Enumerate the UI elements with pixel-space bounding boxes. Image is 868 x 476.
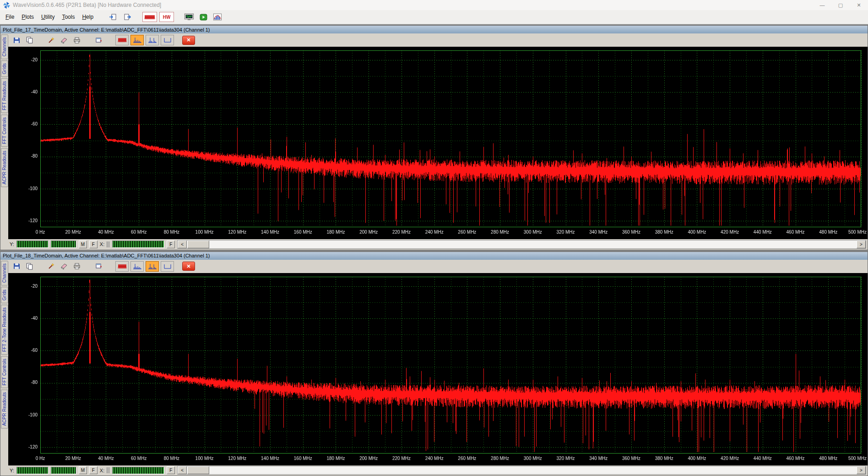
copy-plot-button[interactable]: [24, 261, 35, 271]
app-icon: [3, 1, 10, 9]
save-plot-icon: [13, 37, 21, 44]
y-manual-button[interactable]: M: [79, 241, 87, 248]
eye-mode-button[interactable]: [161, 261, 174, 272]
window-controls: — ▢ ✕: [813, 0, 868, 10]
scroll-track[interactable]: [209, 241, 857, 248]
histogram-icon: [213, 13, 222, 21]
slider-grip[interactable]: [107, 467, 110, 473]
time-domain-mode-button[interactable]: [115, 261, 129, 272]
side-tab-fft-controls[interactable]: FFT Controls: [1, 115, 8, 147]
scope-button[interactable]: [183, 12, 195, 22]
menu-utility[interactable]: Utility: [38, 12, 58, 22]
x-zoom-slider[interactable]: [112, 467, 164, 474]
minimize-button[interactable]: —: [813, 0, 831, 10]
y-manual-button[interactable]: M: [79, 466, 87, 474]
horizontal-scrollbar[interactable]: < >: [177, 466, 866, 475]
side-tab-grids[interactable]: Grids: [1, 287, 8, 303]
side-tab-acpr-readouts[interactable]: ACPR Readouts: [1, 148, 8, 187]
side-tab-channels[interactable]: Channels: [1, 261, 8, 285]
scroll-left-button[interactable]: <: [178, 241, 187, 248]
side-tab-grids[interactable]: Grids: [1, 60, 8, 77]
eraser-tool-button[interactable]: [59, 261, 70, 271]
fft-spectrum-canvas[interactable]: [8, 273, 868, 465]
hardware-button[interactable]: HW: [159, 12, 174, 22]
y-zoom-slider-1[interactable]: [16, 467, 49, 474]
scroll-thumb[interactable]: [187, 466, 209, 474]
main-toolbar: HW: [107, 12, 223, 22]
side-tab-fft-2-tone-readouts[interactable]: FFT 2-Tone Readouts: [1, 305, 8, 355]
y-zoom-slider-2[interactable]: [51, 241, 76, 248]
save-plot-icon: [13, 263, 21, 270]
print-plot-button[interactable]: [71, 35, 82, 45]
save-plot-button[interactable]: [11, 35, 22, 45]
scroll-track[interactable]: [209, 466, 857, 474]
copy-plot-icon: [26, 36, 33, 44]
close-plot-button[interactable]: ✕: [182, 262, 195, 271]
fft-icon: [133, 263, 142, 269]
close-plot-button[interactable]: ✕: [182, 36, 195, 45]
side-tab-acpr-readouts[interactable]: ACPR Readouts: [1, 389, 8, 428]
print-plot-button[interactable]: [71, 261, 82, 271]
toolbar-spacer: [84, 266, 92, 267]
import-plot-button[interactable]: [107, 12, 119, 22]
horizontal-scrollbar[interactable]: < >: [177, 240, 866, 249]
toolbar-spacer: [84, 40, 92, 40]
export-plot-button[interactable]: [121, 12, 133, 22]
side-tab-fft-controls[interactable]: FFT Controls: [1, 356, 8, 388]
fft-2tone-icon: [148, 263, 157, 269]
eraser-tool-button[interactable]: [59, 35, 70, 45]
time-plot-button[interactable]: [142, 12, 157, 22]
export-data-icon: [95, 37, 103, 44]
time-domain-mode-button[interactable]: [115, 35, 129, 45]
plot-window-titlebar[interactable]: Plot_File_17_TimeDomain, Active Channel:…: [0, 26, 868, 33]
side-tab-channels[interactable]: Channels: [1, 34, 8, 59]
menu-help[interactable]: Help: [78, 12, 97, 22]
plot-window-titlebar[interactable]: Plot_File_18_TimeDomain, Active Channel:…: [0, 252, 868, 260]
slider-grip[interactable]: [107, 241, 110, 247]
scroll-right-button[interactable]: >: [857, 466, 866, 474]
capture-button[interactable]: [197, 12, 209, 22]
scroll-right-button[interactable]: >: [857, 241, 866, 248]
menu-items: FilePlotsUtilityToolsHelp: [2, 12, 97, 22]
y-zoom-slider-1[interactable]: [16, 241, 49, 248]
print-plot-icon: [73, 37, 81, 44]
histogram-button[interactable]: [212, 12, 223, 22]
save-plot-button[interactable]: [11, 261, 22, 271]
fft-2tone-mode-button[interactable]: [146, 35, 159, 45]
copy-plot-icon: [26, 263, 33, 270]
x-fit-button[interactable]: F: [167, 466, 175, 474]
side-tab-fft-readouts[interactable]: FFT Readouts: [1, 78, 8, 113]
print-plot-icon: [73, 263, 81, 270]
fft-mode-button[interactable]: [130, 261, 144, 272]
fft-mode-button[interactable]: [130, 35, 144, 45]
scroll-left-button[interactable]: <: [178, 466, 187, 474]
x-fit-button[interactable]: F: [167, 241, 175, 248]
app-title: WaveVision5.0.6.465 (P2R1 Beta) [No Hard…: [13, 2, 810, 8]
close-button[interactable]: ✕: [850, 0, 868, 10]
probe-tool-button[interactable]: [46, 35, 57, 45]
app-icon-image: [3, 2, 10, 9]
copy-plot-button[interactable]: [24, 35, 35, 45]
x-zoom-label: X:: [100, 468, 104, 473]
probe-tool-button[interactable]: [46, 261, 57, 271]
maximize-button[interactable]: ▢: [831, 0, 850, 10]
export-data-button[interactable]: [93, 35, 104, 45]
x-zoom-slider[interactable]: [112, 241, 164, 248]
eye-mode-button[interactable]: [161, 35, 174, 45]
eye-diagram-icon: [163, 263, 172, 269]
y-fit-button[interactable]: F: [89, 466, 98, 474]
fft-spectrum-canvas[interactable]: [8, 47, 868, 239]
y-zoom-slider-2[interactable]: [51, 467, 76, 474]
menu-plots[interactable]: Plots: [18, 12, 38, 22]
toolbar-spacer: [37, 40, 44, 40]
plot-window-17: Plot_File_17_TimeDomain, Active Channel:…: [0, 25, 868, 250]
scroll-thumb[interactable]: [187, 241, 209, 248]
menu-file[interactable]: File: [2, 12, 18, 22]
y-fit-button[interactable]: F: [89, 241, 98, 248]
close-icon: ✕: [186, 263, 190, 269]
export-data-button[interactable]: [93, 261, 104, 271]
toolbar-spacer: [106, 266, 114, 267]
menu-tools[interactable]: Tools: [58, 12, 78, 22]
fft-2tone-mode-button[interactable]: [146, 261, 159, 272]
hardware-icon: HW: [163, 15, 171, 20]
